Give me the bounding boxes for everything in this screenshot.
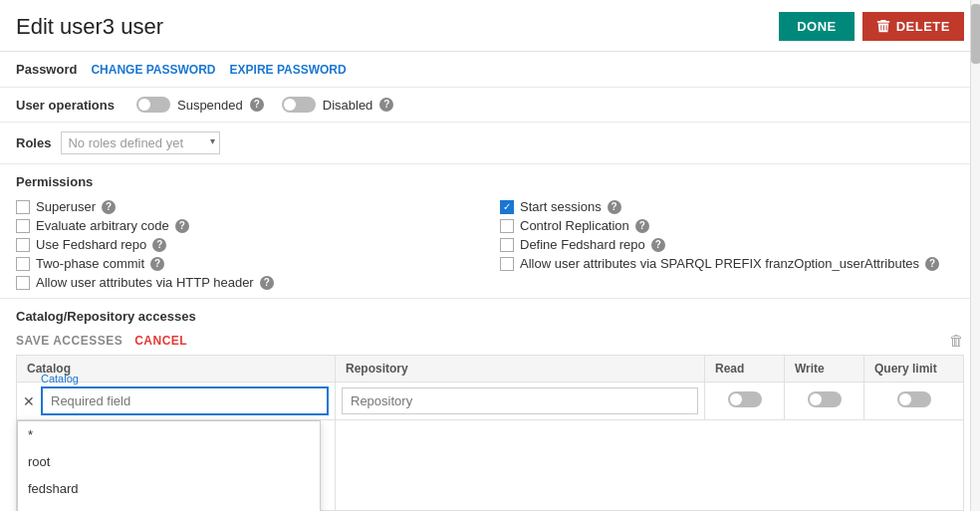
repository-input-field[interactable] bbox=[342, 387, 698, 414]
perm-item-eval_arb_code: Evaluate arbitrary code ? bbox=[16, 216, 480, 235]
perm-label-eval_arb_code: Evaluate arbitrary code bbox=[36, 218, 169, 233]
perm-item-control_replication: Control Replication ? bbox=[500, 216, 964, 235]
perm-item-two_phase: Two-phase commit ? bbox=[16, 254, 480, 273]
checkbox-http_header[interactable] bbox=[16, 276, 30, 290]
perm-label-two_phase: Two-phase commit bbox=[36, 256, 144, 271]
page-title: Edit user3 user bbox=[16, 14, 163, 40]
scrollbar-track bbox=[970, 0, 980, 511]
header-buttons: DONE DELETE bbox=[779, 12, 964, 41]
perm-item-use_fedshard: Use Fedshard repo ? bbox=[16, 235, 480, 254]
disabled-help-icon[interactable]: ? bbox=[379, 98, 393, 112]
query-limit-toggle[interactable] bbox=[897, 391, 931, 407]
col-header-write: Write bbox=[785, 356, 864, 383]
catalog-input-row: ✕ Catalog bbox=[17, 383, 964, 420]
col-header-repository: Repository bbox=[336, 356, 705, 383]
help-icon-start_sessions[interactable]: ? bbox=[608, 200, 621, 214]
perm-label-start_sessions: Start sessions bbox=[520, 199, 602, 214]
perm-label-http_header: Allow user attributes via HTTP header bbox=[36, 275, 254, 290]
user-operations-row: User operations Suspended ? Disabled ? bbox=[0, 88, 980, 123]
checkbox-sparql_attrs[interactable] bbox=[500, 257, 514, 271]
checkbox-two_phase[interactable] bbox=[16, 257, 30, 271]
delete-button[interactable]: DELETE bbox=[862, 12, 964, 41]
disabled-group: Disabled ? bbox=[282, 97, 394, 113]
suspended-toggle[interactable] bbox=[136, 97, 170, 113]
perm-label-define_fedshard: Define Fedshard repo bbox=[520, 237, 645, 252]
permissions-title: Permissions bbox=[16, 174, 964, 189]
dropdown-item-root[interactable]: root bbox=[18, 448, 320, 475]
save-accesses-button[interactable]: SAVE ACCESSES bbox=[16, 334, 122, 348]
perm-label-use_fedshard: Use Fedshard repo bbox=[36, 237, 146, 252]
help-icon-superuser[interactable]: ? bbox=[102, 200, 116, 214]
perm-label-superuser: Superuser bbox=[36, 199, 96, 214]
change-password-link[interactable]: CHANGE PASSWORD bbox=[91, 63, 215, 77]
dropdown-row: *rootfedshardsystem bbox=[17, 420, 964, 421]
disabled-label: Disabled bbox=[323, 98, 373, 113]
cancel-accesses-button[interactable]: CANCEL bbox=[134, 334, 187, 348]
catalog-section: Catalog/Repository accesses SAVE ACCESSE… bbox=[0, 299, 980, 511]
catalog-toolbar: SAVE ACCESSES CANCEL 🗑 bbox=[16, 332, 964, 349]
scrollbar-thumb[interactable] bbox=[971, 4, 980, 64]
help-icon-sparql_attrs[interactable]: ? bbox=[925, 257, 939, 271]
help-icon-define_fedshard[interactable]: ? bbox=[651, 238, 665, 252]
perm-item-define_fedshard: Define Fedshard repo ? bbox=[500, 235, 964, 254]
perm-label-control_replication: Control Replication bbox=[520, 218, 629, 233]
page-header: Edit user3 user DONE DELETE bbox=[0, 0, 980, 52]
dropdown-item-*[interactable]: * bbox=[18, 421, 320, 448]
checkbox-use_fedshard[interactable] bbox=[16, 238, 30, 252]
help-icon-use_fedshard[interactable]: ? bbox=[152, 238, 166, 252]
permissions-section: Permissions Superuser ? Evaluate arbitra… bbox=[0, 164, 980, 299]
checkbox-control_replication[interactable] bbox=[500, 219, 514, 233]
suspended-label: Suspended bbox=[177, 98, 243, 113]
roles-select-wrapper: No roles defined yet bbox=[61, 131, 220, 154]
roles-label: Roles bbox=[16, 135, 51, 150]
help-icon-two_phase[interactable]: ? bbox=[150, 257, 164, 271]
perm-item-start_sessions: Start sessions ? bbox=[500, 197, 964, 216]
perm-label-sparql_attrs: Allow user attributes via SPARQL PREFIX … bbox=[520, 256, 919, 271]
read-toggle[interactable] bbox=[728, 391, 762, 407]
permissions-right: Start sessions ? Control Replication ? D… bbox=[500, 197, 964, 292]
trash-icon bbox=[876, 20, 890, 34]
catalog-table: Catalog Repository Read Write Query limi… bbox=[16, 355, 964, 511]
suspended-group: Suspended ? bbox=[136, 97, 264, 113]
perm-item-sparql_attrs: Allow user attributes via SPARQL PREFIX … bbox=[500, 254, 964, 273]
help-icon-eval_arb_code[interactable]: ? bbox=[175, 219, 189, 233]
catalog-input-label: Catalog bbox=[41, 373, 79, 384]
roles-row: Roles No roles defined yet bbox=[0, 123, 980, 164]
roles-select[interactable]: No roles defined yet bbox=[61, 131, 220, 154]
checkbox-define_fedshard[interactable] bbox=[500, 238, 514, 252]
catalog-dropdown-list: *rootfedshardsystem bbox=[17, 420, 321, 511]
delete-access-button[interactable]: 🗑 bbox=[949, 332, 964, 349]
expire-password-link[interactable]: EXPIRE PASSWORD bbox=[230, 63, 347, 77]
password-label: Password bbox=[16, 62, 77, 77]
dropdown-item-fedshard[interactable]: fedshard bbox=[18, 475, 320, 502]
checkbox-start_sessions[interactable] bbox=[500, 200, 514, 214]
checkbox-eval_arb_code[interactable] bbox=[16, 219, 30, 233]
col-header-read: Read bbox=[705, 356, 785, 383]
checkbox-superuser[interactable] bbox=[16, 200, 30, 214]
col-header-query-limit: Query limit bbox=[864, 356, 964, 383]
user-operations-label: User operations bbox=[16, 98, 115, 113]
catalog-input-field[interactable] bbox=[41, 386, 329, 415]
permissions-left: Superuser ? Evaluate arbitrary code ? Us… bbox=[16, 197, 480, 292]
disabled-toggle[interactable] bbox=[282, 97, 316, 113]
dropdown-item-system[interactable]: system bbox=[18, 502, 320, 511]
help-icon-http_header[interactable]: ? bbox=[260, 276, 274, 290]
write-toggle[interactable] bbox=[808, 391, 842, 407]
catalog-title: Catalog/Repository accesses bbox=[16, 309, 964, 324]
password-section: Password CHANGE PASSWORD EXPIRE PASSWORD bbox=[0, 52, 980, 88]
done-button[interactable]: DONE bbox=[779, 12, 855, 41]
close-row-button[interactable]: ✕ bbox=[23, 393, 35, 409]
perm-item-http_header: Allow user attributes via HTTP header ? bbox=[16, 273, 480, 292]
permissions-grid: Superuser ? Evaluate arbitrary code ? Us… bbox=[16, 197, 964, 292]
suspended-help-icon[interactable]: ? bbox=[250, 98, 264, 112]
perm-item-superuser: Superuser ? bbox=[16, 197, 480, 216]
help-icon-control_replication[interactable]: ? bbox=[635, 219, 649, 233]
